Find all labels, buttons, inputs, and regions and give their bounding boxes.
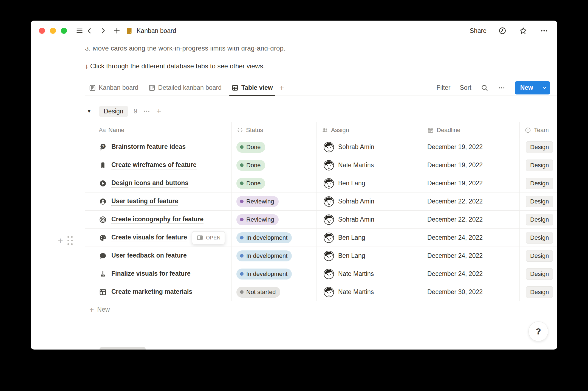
cell-deadline[interactable]: December 22, 2022 [422,211,520,228]
cell-status[interactable]: In development [232,247,317,265]
task-title-link[interactable]: Create marketing materials [111,288,192,296]
cell-deadline[interactable]: December 22, 2022 [422,192,520,210]
clock-icon[interactable] [497,26,507,36]
cell-name[interactable]: Create iconography for feature [85,211,232,228]
search-icon[interactable] [481,84,488,92]
cell-deadline[interactable]: December 24, 2022 [422,229,520,247]
share-button[interactable]: Share [470,27,487,35]
status-pill[interactable]: In development [236,269,292,280]
thought-question-icon: ? [99,143,107,151]
more-icon[interactable] [498,84,505,92]
status-pill[interactable]: In development [236,232,292,243]
open-button[interactable]: OPEN [192,231,225,244]
new-page-icon[interactable] [112,26,122,36]
back-icon[interactable] [84,26,94,36]
cell-name[interactable]: Create wireframes of feature [85,156,232,174]
cell-name[interactable]: Create marketing materials [85,283,232,301]
tab-kanban-board[interactable]: Kanban board [85,80,142,96]
task-title-link[interactable]: User feedback on feature [111,252,187,260]
group-name-tag[interactable]: Design [99,106,128,117]
insert-row-button[interactable]: + [58,236,63,245]
tab-table-view[interactable]: Table view [228,80,277,96]
cell-name[interactable]: User feedback on feature [85,247,232,265]
cell-assign[interactable]: Nate Martins [317,265,422,283]
status-pill[interactable]: Done [236,178,265,189]
status-pill[interactable]: Done [236,160,265,171]
minimize-window-button[interactable] [50,28,56,34]
tab-detailed-kanban-board[interactable]: Detailed kanban board [145,80,225,96]
cell-status[interactable]: In development [232,265,317,283]
status-pill[interactable]: Done [236,142,265,153]
zoom-window-button[interactable] [61,28,67,34]
status-pill[interactable]: Not started [236,287,280,298]
cell-status[interactable]: Reviewing [232,211,317,228]
cell-team[interactable]: Design [520,174,557,192]
cell-deadline[interactable]: December 24, 2022 [422,265,520,283]
drag-handle[interactable] [67,236,73,245]
cell-name[interactable]: Design icons and buttons [85,174,232,192]
cell-status[interactable]: Reviewing [232,192,317,210]
cell-team[interactable]: Design [520,156,557,174]
task-title-link[interactable]: User testing of feature [111,197,178,206]
cell-status[interactable]: Done [232,138,317,156]
task-title-link[interactable]: Create wireframes of feature [111,161,197,169]
cell-assign[interactable]: Nate Martins [317,156,422,174]
group-more-icon[interactable] [143,108,150,115]
task-title-link[interactable]: Finalize visuals for feature [111,270,191,278]
star-icon[interactable] [518,26,528,36]
chevron-down-icon[interactable] [538,81,550,94]
new-button[interactable]: New [515,81,550,94]
status-pill[interactable]: In development [236,250,292,261]
cell-team[interactable]: Design [520,211,557,228]
cell-team[interactable]: Design [520,283,557,301]
cell-status[interactable]: Done [232,156,317,174]
cell-name[interactable]: ?Brainstorm feature ideas [85,138,232,156]
column-header-name[interactable]: AaName [85,122,232,138]
status-pill[interactable]: Reviewing [236,214,279,225]
cell-assign[interactable]: Sohrab Amin [317,192,422,210]
task-title-link[interactable]: Create iconography for feature [111,216,203,224]
task-title-link[interactable]: Brainstorm feature ideas [111,143,186,151]
forward-icon[interactable] [98,26,108,36]
cell-status[interactable]: In development [232,229,317,247]
cell-team[interactable]: Design [520,192,557,210]
column-header-assign[interactable]: Assign [317,122,422,138]
status-pill[interactable]: Reviewing [236,196,279,207]
cell-status[interactable]: Done [232,174,317,192]
column-header-deadline[interactable]: Deadline [422,122,520,138]
cell-assign[interactable]: Ben Lang [317,174,422,192]
cell-name[interactable]: Create visuals for featureOPEN [85,229,232,247]
collapse-group-icon[interactable]: ▼ [85,108,93,114]
cell-deadline[interactable]: December 30, 2022 [422,283,520,301]
add-view-button[interactable]: + [277,83,287,93]
task-title-link[interactable]: Create visuals for feature [111,234,187,242]
cell-team[interactable]: Design [520,247,557,265]
cell-name[interactable]: User testing of feature [85,192,232,210]
help-button[interactable]: ? [528,322,548,341]
cell-deadline[interactable]: December 19, 2022 [422,138,520,156]
cell-team[interactable]: Design [520,265,557,283]
cell-status[interactable]: Not started [232,283,317,301]
new-row-button[interactable]: + New [85,301,557,318]
column-header-status[interactable]: Status [232,122,317,138]
cell-name[interactable]: Finalize visuals for feature [85,265,232,283]
cell-assign[interactable]: Ben Lang [317,229,422,247]
cell-assign[interactable]: Sohrab Amin [317,211,422,228]
cell-assign[interactable]: Ben Lang [317,247,422,265]
cell-deadline[interactable]: December 19, 2022 [422,156,520,174]
cell-assign[interactable]: Nate Martins [317,283,422,301]
cell-team[interactable]: Design [520,229,557,247]
column-header-team[interactable]: Team [520,122,557,138]
cell-team[interactable]: Design [520,138,557,156]
cell-assign[interactable]: Sohrab Amin [317,138,422,156]
task-title-link[interactable]: Design icons and buttons [111,179,188,188]
sort-button[interactable]: Sort [460,84,471,91]
more-icon[interactable] [539,26,549,36]
cell-deadline[interactable]: December 24, 2022 [422,247,520,265]
filter-button[interactable]: Filter [436,84,450,91]
close-window-button[interactable] [39,28,45,34]
menu-icon[interactable] [75,26,84,36]
avatar-sohrab-amin [323,142,334,153]
group-add-icon[interactable]: + [156,107,161,115]
cell-deadline[interactable]: December 19, 2022 [422,174,520,192]
